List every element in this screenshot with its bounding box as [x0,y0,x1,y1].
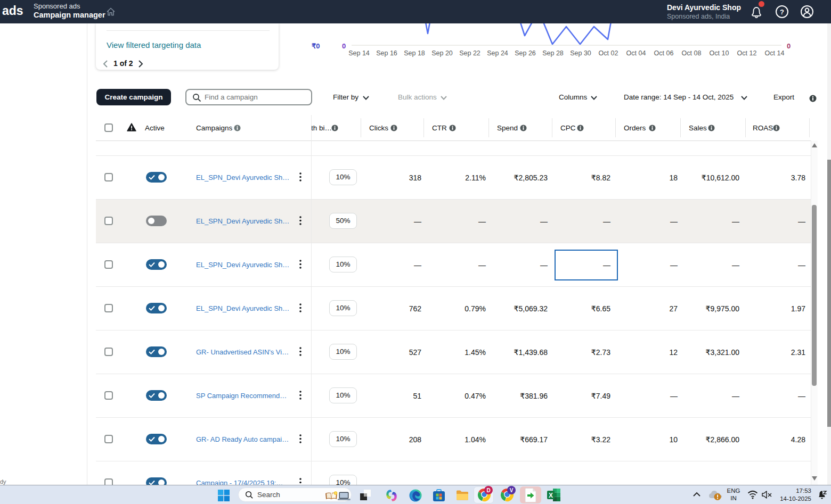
svg-text:D: D [486,488,490,493]
svg-text:?: ? [780,8,784,16]
svg-text:V: V [510,488,514,493]
svg-text:X: X [549,492,553,499]
